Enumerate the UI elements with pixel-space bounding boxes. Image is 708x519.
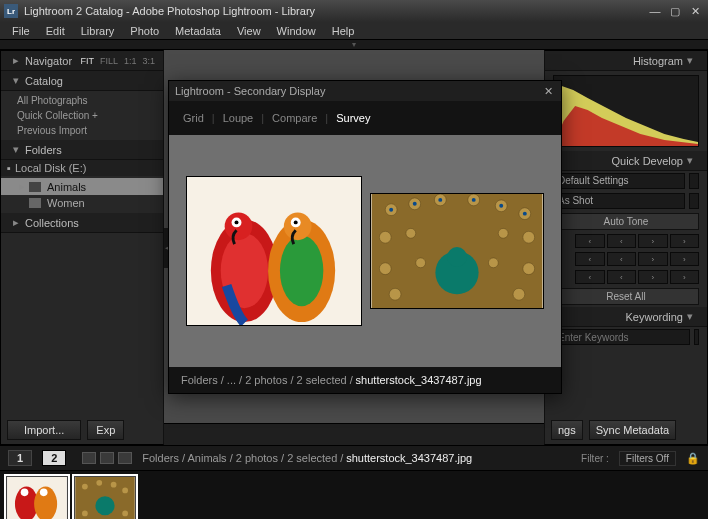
whitebalance-dropdown[interactable]: As Shot (553, 193, 685, 209)
secondary-tab-survey[interactable]: Survey (336, 112, 370, 124)
svg-point-11 (82, 511, 88, 517)
histogram-chart (553, 75, 699, 147)
folder-name: Women (47, 197, 85, 209)
sync-settings-button[interactable]: ngs (551, 420, 583, 440)
triangle-right-icon: ▸ (13, 54, 21, 67)
secondary-display-window: Lightroom - Secondary Display ✕ Grid| Lo… (168, 80, 562, 394)
adjust-plus1[interactable]: › (638, 252, 668, 266)
adjust-plus2[interactable]: › (670, 252, 700, 266)
display-tab-1[interactable]: 1 (8, 450, 32, 466)
minimize-button[interactable]: — (646, 4, 664, 18)
menu-help[interactable]: Help (324, 23, 363, 39)
preset-stepper[interactable] (689, 173, 699, 189)
adjust-plus2[interactable]: › (670, 270, 700, 284)
info-bar: 1 2 Folders / Animals / 2 photos / 2 sel… (0, 445, 708, 471)
svg-point-40 (498, 228, 508, 238)
svg-point-33 (379, 231, 391, 243)
folders-header[interactable]: ▾ Folders (1, 140, 163, 160)
filter-dropdown[interactable]: Filters Off (619, 451, 676, 466)
svg-point-43 (389, 208, 393, 212)
svg-point-36 (523, 263, 535, 275)
folder-animals[interactable]: ▸ Animals (1, 178, 163, 195)
zoom-fill[interactable]: FILL (100, 56, 118, 66)
lock-icon[interactable]: 🔒 (686, 452, 700, 465)
svg-point-38 (513, 288, 525, 300)
keywording-header[interactable]: Keywording ▾ (545, 307, 707, 327)
menu-library[interactable]: Library (73, 23, 123, 39)
svg-point-9 (111, 482, 117, 488)
folder-women[interactable]: Women (1, 195, 163, 211)
survey-image-1[interactable] (186, 176, 362, 326)
adjust-minus2[interactable]: ‹ (575, 270, 605, 284)
import-button[interactable]: Import... (7, 420, 81, 440)
zoom-fit[interactable]: FIT (80, 56, 94, 66)
adjust-minus1[interactable]: ‹ (607, 234, 637, 248)
folder-root[interactable]: ▪ Local Disk (E:) (1, 160, 163, 176)
secondary-close-button[interactable]: ✕ (541, 85, 555, 98)
secondary-tab-loupe[interactable]: Loupe (223, 112, 254, 124)
maximize-button[interactable]: ▢ (666, 4, 684, 18)
secondary-footer-path: Folders / ... / 2 photos / 2 selected / (181, 374, 353, 386)
reset-all-button[interactable]: Reset All (553, 288, 699, 305)
folders-label: Folders (25, 144, 62, 156)
wb-stepper[interactable] (689, 193, 699, 209)
sync-metadata-button[interactable]: Sync Metadata (589, 420, 676, 440)
catalog-all-photos[interactable]: All Photographs (1, 93, 163, 108)
adjust-plus1[interactable]: › (638, 234, 668, 248)
secondary-title: Lightroom - Secondary Display (175, 85, 325, 97)
window-title: Lightroom 2 Catalog - Adobe Photoshop Li… (24, 5, 646, 17)
collections-header[interactable]: ▸ Collections (1, 213, 163, 233)
top-panel-collapse[interactable]: ▾ (0, 40, 708, 50)
triangle-down-icon: ▾ (687, 54, 695, 67)
display-tab-2[interactable]: 2 (42, 450, 66, 466)
adjust-plus2[interactable]: › (670, 234, 700, 248)
menu-photo[interactable]: Photo (122, 23, 167, 39)
folder-icon (29, 182, 41, 192)
svg-point-47 (499, 204, 503, 208)
menu-edit[interactable]: Edit (38, 23, 73, 39)
adjust-plus1[interactable]: › (638, 270, 668, 284)
menu-view[interactable]: View (229, 23, 269, 39)
secondary-tab-grid[interactable]: Grid (183, 112, 204, 124)
export-button[interactable]: Exp (87, 420, 124, 440)
svg-point-10 (122, 488, 128, 494)
filmstrip-thumb-1[interactable] (6, 476, 68, 519)
adjust-minus2[interactable]: ‹ (575, 252, 605, 266)
view-loupe-icon[interactable] (100, 452, 114, 464)
adjust-minus2[interactable]: ‹ (575, 234, 605, 248)
view-grid-icon[interactable] (82, 452, 96, 464)
svg-point-45 (438, 198, 442, 202)
survey-image-2[interactable] (370, 193, 544, 309)
close-button[interactable]: ✕ (686, 4, 704, 18)
zoom-1to1[interactable]: 1:1 (124, 56, 137, 66)
svg-point-7 (82, 484, 88, 490)
preset-dropdown[interactable]: Default Settings (553, 173, 685, 189)
adjust-minus1[interactable]: ‹ (607, 252, 637, 266)
quick-develop-header[interactable]: Quick Develop ▾ (545, 151, 707, 171)
catalog-quick-collection[interactable]: Quick Collection + (1, 108, 163, 123)
catalog-previous-import[interactable]: Previous Import (1, 123, 163, 138)
navigator-header[interactable]: ▸ Navigator FIT FILL 1:1 3:1 (1, 51, 163, 71)
auto-tone-button[interactable]: Auto Tone (553, 213, 699, 230)
adjust-minus1[interactable]: ‹ (607, 270, 637, 284)
menu-file[interactable]: File (4, 23, 38, 39)
filmstrip-thumb-2[interactable] (74, 476, 136, 519)
svg-point-6 (95, 496, 114, 515)
secondary-footer: Folders / ... / 2 photos / 2 selected / … (169, 367, 561, 393)
navigator-label: Navigator (25, 55, 72, 67)
menu-window[interactable]: Window (269, 23, 324, 39)
view-compare-icon[interactable] (118, 452, 132, 464)
triangle-right-icon: ▸ (13, 216, 21, 229)
svg-point-46 (472, 198, 476, 202)
menu-metadata[interactable]: Metadata (167, 23, 229, 39)
catalog-header[interactable]: ▾ Catalog (1, 71, 163, 91)
secondary-titlebar[interactable]: Lightroom - Secondary Display ✕ (169, 81, 561, 101)
kw-stepper[interactable] (694, 329, 699, 345)
triangle-right-icon: ▸ (19, 180, 29, 193)
histogram-header[interactable]: Histogram ▾ (545, 51, 707, 71)
secondary-survey-body (169, 135, 561, 367)
filmstrip[interactable] (0, 471, 708, 519)
secondary-tab-compare[interactable]: Compare (272, 112, 317, 124)
zoom-3to1[interactable]: 3:1 (142, 56, 155, 66)
keywords-input[interactable] (553, 329, 690, 345)
